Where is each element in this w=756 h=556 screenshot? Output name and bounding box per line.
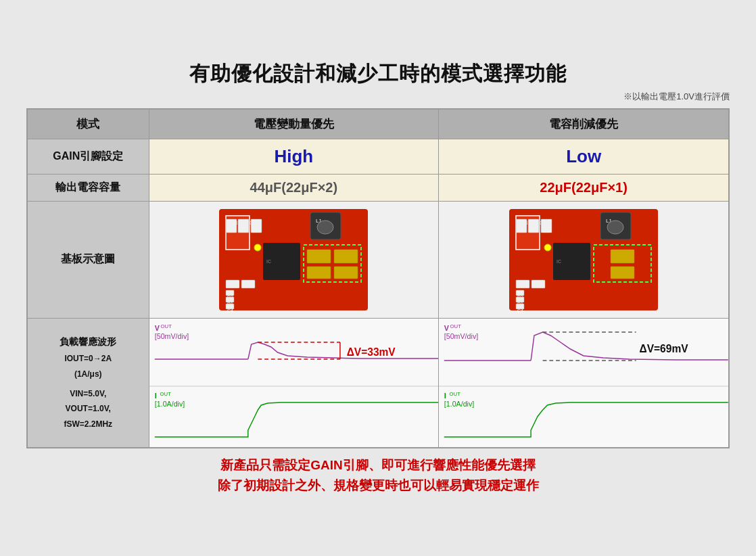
svg-rect-29 [516, 219, 527, 233]
board-image-high: CIN1 CIN2 IC L1 [149, 201, 439, 318]
svg-text:ΔV=33mV: ΔV=33mV [346, 346, 396, 357]
svg-rect-62 [439, 319, 728, 447]
cap-label: 輸出電容容量 [27, 174, 149, 201]
svg-text:V: V [444, 323, 450, 331]
svg-point-11 [317, 221, 333, 234]
svg-rect-39 [611, 250, 634, 263]
svg-text:ΔV=69mV: ΔV=69mV [640, 342, 689, 354]
svg-rect-40 [611, 267, 634, 279]
svg-rect-6 [251, 219, 262, 233]
svg-rect-16 [334, 267, 358, 279]
cap-low-value: 22μF(22μF×1) [439, 174, 729, 201]
wave-label-line1: 負載響應波形 [32, 333, 145, 351]
svg-rect-32 [541, 219, 552, 233]
col-header-mode: 模式 [27, 109, 149, 139]
gain-low-value: Low [439, 139, 729, 174]
svg-text:IC: IC [557, 259, 561, 264]
svg-rect-18 [241, 280, 255, 288]
wave-high: V OUT [50mV/div] [149, 318, 439, 448]
svg-rect-47 [516, 297, 524, 302]
svg-rect-3 [226, 219, 237, 233]
svg-point-25 [254, 244, 261, 251]
page-title: 有助優化設計和減少工時的模式選擇功能 [26, 60, 730, 88]
bottom-text-section: 新產品只需設定GAIN引腳、即可進行響應性能優先選擇 除了初期設計之外、規格變更… [26, 455, 730, 496]
svg-rect-30 [528, 219, 539, 233]
svg-rect-48 [516, 304, 524, 309]
svg-text:OUT: OUT [450, 323, 462, 329]
svg-text:[1.0A/div]: [1.0A/div] [444, 399, 475, 407]
gain-high-value: High [149, 139, 439, 174]
wave-label-line5: VOUT=1.0V, [32, 401, 145, 417]
svg-rect-17 [226, 280, 239, 288]
cap-high-value: 44μF(22μF×2) [149, 174, 439, 201]
svg-rect-14 [307, 267, 331, 279]
board-label: 基板示意圖 [27, 201, 149, 318]
svg-rect-46 [516, 290, 524, 296]
bottom-text-line1: 新產品只需設定GAIN引腳、即可進行響應性能優先選擇 [26, 455, 730, 476]
svg-rect-4 [238, 219, 249, 233]
bottom-text-line2: 除了初期設計之外、規格變更時也可以輕易實現穩定運作 [26, 476, 730, 496]
subtitle: ※以輸出電壓1.0V進行評價 [26, 91, 730, 103]
wave-label-line6: fSW=2.2MHz [32, 417, 145, 432]
svg-text:I: I [154, 391, 156, 399]
svg-text:OUT: OUT [160, 391, 171, 397]
gain-label: GAIN引腳設定 [27, 139, 149, 174]
svg-point-49 [544, 244, 551, 251]
svg-rect-50 [149, 319, 439, 447]
svg-text:OUT: OUT [160, 323, 172, 329]
wave-label-line4: VIN=5.0V, [32, 386, 145, 402]
svg-text:V: V [154, 323, 160, 331]
wave-label-line3: (1A/μs) [32, 367, 145, 382]
col-header-voltage: 電壓變動量優先 [149, 109, 439, 139]
wave-label: 負載響應波形 IOUT=0→2A (1A/μs) VIN=5.0V, VOUT=… [27, 318, 149, 448]
svg-text:[50mV/div]: [50mV/div] [154, 331, 188, 340]
svg-rect-15 [334, 250, 358, 263]
svg-text:OUT: OUT [450, 391, 461, 397]
svg-rect-24 [226, 304, 234, 309]
svg-rect-42 [531, 280, 545, 288]
wave-label-line2: IOUT=0→2A [32, 351, 145, 367]
wave-low: V OUT [50mV/div] ΔV=69mV [439, 318, 729, 448]
svg-text:I: I [444, 391, 446, 399]
svg-rect-22 [226, 290, 234, 296]
svg-text:IC: IC [266, 259, 271, 264]
svg-rect-13 [307, 250, 331, 263]
col-header-cap: 電容削減優先 [439, 109, 729, 139]
board-image-low: CIN1 CIN2 IC L1 [439, 201, 729, 318]
svg-point-37 [607, 221, 623, 234]
svg-text:[1.0A/div]: [1.0A/div] [154, 399, 185, 407]
svg-rect-23 [226, 297, 234, 302]
svg-text:[50mV/div]: [50mV/div] [444, 331, 478, 340]
svg-rect-41 [516, 280, 529, 288]
